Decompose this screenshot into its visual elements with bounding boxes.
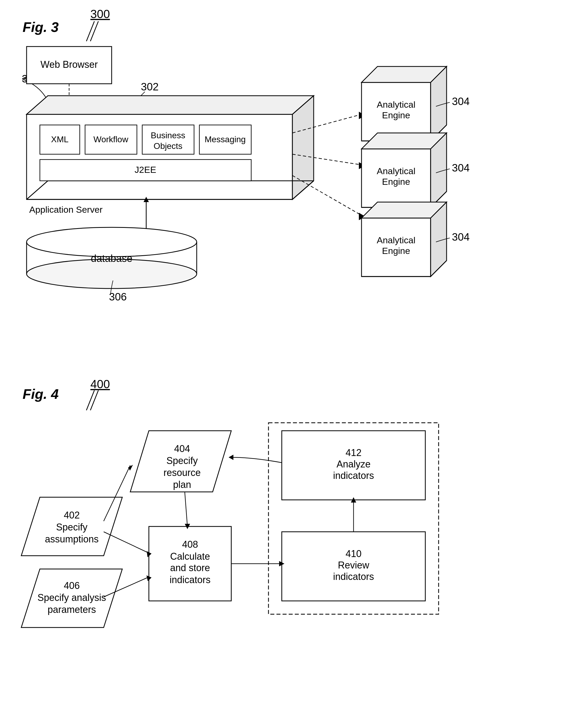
svg-marker-38 [430, 66, 447, 141]
svg-text:Calculate: Calculate [170, 551, 210, 562]
svg-marker-107 [146, 575, 151, 581]
svg-rect-36 [361, 82, 430, 141]
svg-text:Workflow: Workflow [94, 135, 129, 144]
svg-point-66 [27, 259, 197, 289]
svg-rect-52 [361, 218, 430, 276]
svg-text:404: 404 [174, 443, 190, 454]
svg-text:Engine: Engine [382, 176, 410, 187]
svg-marker-101 [128, 465, 133, 471]
svg-marker-54 [430, 202, 447, 276]
svg-text:Objects: Objects [153, 141, 182, 151]
svg-text:Web Browser: Web Browser [40, 59, 98, 70]
svg-text:Analytical: Analytical [377, 99, 415, 109]
svg-marker-82 [21, 569, 122, 628]
svg-line-40 [430, 125, 447, 141]
svg-marker-109 [279, 561, 284, 566]
svg-line-16 [27, 181, 48, 199]
svg-text:plan: plan [173, 479, 191, 490]
svg-marker-53 [361, 202, 447, 218]
svg-marker-35 [359, 213, 366, 220]
svg-text:Specify analysis: Specify analysis [37, 592, 106, 603]
svg-text:Analytical: Analytical [377, 166, 415, 176]
svg-line-102 [104, 532, 149, 553]
svg-text:Engine: Engine [382, 246, 410, 256]
svg-text:Fig. 3: Fig. 3 [23, 20, 59, 35]
svg-marker-9 [66, 110, 72, 116]
svg-marker-45 [361, 133, 447, 149]
svg-text:304: 304 [452, 96, 470, 107]
svg-text:J2EE: J2EE [135, 165, 156, 175]
svg-line-56 [430, 261, 447, 276]
svg-text:Analyze: Analyze [337, 459, 371, 470]
svg-marker-111 [351, 497, 356, 503]
svg-text:412: 412 [346, 447, 361, 458]
svg-text:<: < [22, 73, 28, 85]
svg-line-72 [87, 390, 94, 410]
svg-marker-61 [143, 197, 149, 202]
svg-line-15 [292, 181, 314, 199]
svg-text:400: 400 [91, 377, 110, 391]
svg-rect-86 [149, 527, 231, 601]
svg-line-106 [104, 577, 149, 597]
svg-text:302: 302 [141, 81, 159, 93]
svg-text:Messaging: Messaging [205, 135, 246, 144]
svg-text:406: 406 [64, 580, 80, 591]
svg-marker-62 [143, 230, 149, 235]
svg-rect-44 [361, 149, 430, 207]
svg-text:Review: Review [338, 560, 370, 571]
svg-line-30 [292, 114, 361, 133]
svg-rect-25 [199, 125, 251, 154]
svg-text:Specify: Specify [166, 455, 198, 466]
svg-text:assumptions: assumptions [45, 534, 99, 544]
svg-text:304: 304 [452, 231, 470, 243]
svg-line-71 [91, 390, 98, 410]
svg-text:and store: and store [170, 562, 210, 573]
svg-marker-13 [292, 96, 314, 199]
svg-text:Engine: Engine [382, 110, 410, 120]
svg-text:306: 306 [109, 291, 127, 303]
svg-line-34 [292, 175, 361, 215]
svg-text:resource: resource [164, 467, 201, 478]
svg-marker-73 [21, 497, 122, 556]
svg-rect-18 [40, 125, 80, 154]
svg-rect-91 [269, 423, 439, 614]
svg-rect-27 [40, 160, 251, 181]
svg-text:308: 308 [22, 73, 40, 85]
svg-text:Specify: Specify [56, 522, 88, 533]
svg-marker-37 [361, 66, 447, 82]
svg-text:indicators: indicators [333, 470, 374, 481]
svg-rect-96 [282, 532, 425, 601]
svg-text:database: database [91, 253, 132, 264]
svg-line-3 [87, 21, 94, 41]
svg-marker-105 [185, 524, 190, 529]
svg-text:300: 300 [91, 7, 110, 21]
svg-text:Business: Business [151, 131, 185, 140]
svg-line-104 [185, 492, 187, 527]
svg-text:XML: XML [51, 135, 69, 144]
svg-line-2 [91, 21, 98, 41]
svg-text:indicators: indicators [170, 574, 211, 585]
svg-marker-46 [430, 133, 447, 207]
svg-rect-6 [27, 46, 112, 84]
svg-text:Fig. 4: Fig. 4 [23, 386, 59, 402]
svg-marker-33 [359, 162, 366, 169]
svg-text:indicators: indicators [333, 571, 374, 582]
svg-text:402: 402 [64, 510, 80, 520]
svg-text:Analytical: Analytical [377, 235, 415, 245]
svg-text:parameters: parameters [47, 604, 96, 615]
svg-rect-22 [142, 125, 194, 154]
svg-marker-103 [147, 551, 151, 557]
svg-line-32 [292, 154, 361, 165]
svg-text:Application Server: Application Server [29, 204, 103, 214]
svg-marker-31 [359, 112, 366, 119]
svg-line-48 [430, 192, 447, 207]
svg-rect-11 [27, 114, 292, 199]
svg-line-100 [104, 465, 130, 521]
svg-marker-112 [229, 455, 233, 460]
svg-text:410: 410 [346, 548, 361, 559]
svg-marker-77 [130, 431, 231, 492]
svg-text:304: 304 [452, 162, 470, 174]
svg-rect-92 [282, 431, 425, 500]
svg-point-63 [27, 227, 197, 257]
diagram-svg: Fig. 3 300 308 < Web Browser 302 [0, 0, 588, 707]
